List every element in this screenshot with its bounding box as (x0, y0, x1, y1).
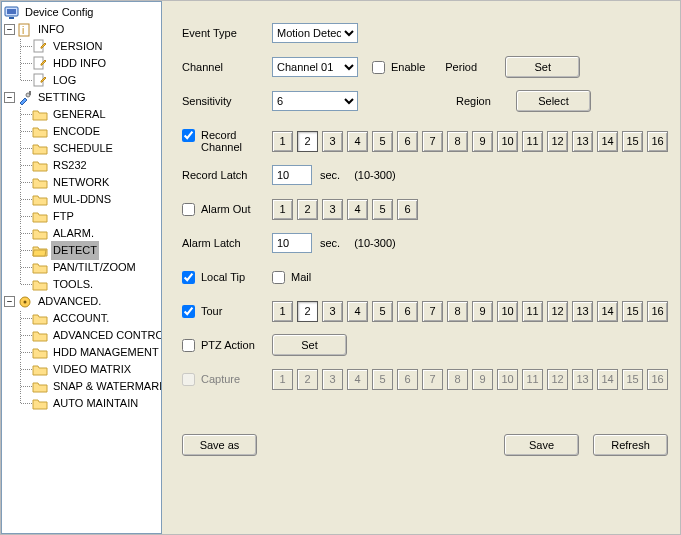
tree-item-alarm[interactable]: ALARM. (4, 225, 159, 242)
channel-button-8: 8 (447, 369, 468, 390)
channel-button-16[interactable]: 16 (647, 131, 668, 152)
capture-buttons: 12345678910111213141516 (272, 369, 668, 390)
channel-button-11[interactable]: 11 (522, 301, 543, 322)
channel-button-6[interactable]: 6 (397, 301, 418, 322)
tree-setting[interactable]: − SETTING (4, 89, 159, 106)
channel-button-4[interactable]: 4 (347, 301, 368, 322)
channel-button-12[interactable]: 12 (547, 131, 568, 152)
record-channel-buttons: 12345678910111213141516 (272, 131, 668, 152)
channel-button-3[interactable]: 3 (322, 301, 343, 322)
local-tip-checkbox[interactable] (182, 271, 195, 284)
channel-button-15[interactable]: 15 (622, 301, 643, 322)
alarm-out-buttons: 123456 (272, 199, 418, 220)
channel-button-13[interactable]: 13 (572, 131, 593, 152)
channel-button-5[interactable]: 5 (372, 199, 393, 220)
svg-point-11 (24, 300, 27, 303)
channel-button-9[interactable]: 9 (472, 131, 493, 152)
tree-item-videomatrix[interactable]: VIDEO MATRIX (4, 361, 159, 378)
record-latch-input[interactable] (272, 165, 312, 185)
event-type-select[interactable]: Motion Detec (272, 23, 358, 43)
region-select-button[interactable]: Select (516, 90, 591, 112)
channel-button-5[interactable]: 5 (372, 301, 393, 322)
capture-checkbox (182, 373, 195, 386)
collapse-icon[interactable]: − (4, 296, 15, 307)
tree-item-ftp[interactable]: FTP (4, 208, 159, 225)
enable-checkbox[interactable] (372, 61, 385, 74)
refresh-button[interactable]: Refresh (593, 434, 668, 456)
detect-panel: Event Type Motion Detec Channel Channel … (162, 1, 680, 534)
channel-button-3[interactable]: 3 (322, 199, 343, 220)
tree-item-automaintain[interactable]: AUTO MAINTAIN (4, 395, 159, 412)
folder-icon (32, 192, 48, 208)
save-button[interactable]: Save (504, 434, 579, 456)
tree-root[interactable]: Device Config (4, 4, 159, 21)
folder-icon (32, 260, 48, 276)
alarm-out-checkbox[interactable] (182, 203, 195, 216)
channel-button-14[interactable]: 14 (597, 131, 618, 152)
folder-icon (32, 311, 48, 327)
tree-item-advcontrol[interactable]: ADVANCED CONTROL. (4, 327, 159, 344)
channel-button-2[interactable]: 2 (297, 301, 318, 322)
channel-button-11: 11 (522, 369, 543, 390)
channel-button-4[interactable]: 4 (347, 131, 368, 152)
channel-button-16[interactable]: 16 (647, 301, 668, 322)
tree-item-detect[interactable]: DETECT (4, 242, 159, 259)
collapse-icon[interactable]: − (4, 92, 15, 103)
channel-button-10[interactable]: 10 (497, 131, 518, 152)
channel-button-15[interactable]: 15 (622, 131, 643, 152)
channel-button-6[interactable]: 6 (397, 199, 418, 220)
folder-icon (32, 345, 48, 361)
channel-button-1[interactable]: 1 (272, 301, 293, 322)
tree-item-network[interactable]: NETWORK (4, 174, 159, 191)
channel-button-14[interactable]: 14 (597, 301, 618, 322)
channel-button-5[interactable]: 5 (372, 131, 393, 152)
channel-button-1: 1 (272, 369, 293, 390)
channel-button-2[interactable]: 2 (297, 131, 318, 152)
channel-button-2[interactable]: 2 (297, 199, 318, 220)
channel-button-13[interactable]: 13 (572, 301, 593, 322)
channel-button-3[interactable]: 3 (322, 131, 343, 152)
channel-button-8[interactable]: 8 (447, 301, 468, 322)
channel-button-6[interactable]: 6 (397, 131, 418, 152)
channel-select[interactable]: Channel 01 (272, 57, 358, 77)
alarm-latch-input[interactable] (272, 233, 312, 253)
mail-checkbox[interactable] (272, 271, 285, 284)
ptz-checkbox[interactable] (182, 339, 195, 352)
channel-button-1[interactable]: 1 (272, 199, 293, 220)
tree-item-hddinfo[interactable]: HDD INFO (4, 55, 159, 72)
tree-item-log[interactable]: LOG (4, 72, 159, 89)
save-as-button[interactable]: Save as (182, 434, 257, 456)
channel-button-9[interactable]: 9 (472, 301, 493, 322)
folder-icon (32, 362, 48, 378)
tree-item-rs232[interactable]: RS232 (4, 157, 159, 174)
sensitivity-select[interactable]: 6 (272, 91, 358, 111)
tree-item-version[interactable]: VERSION (4, 38, 159, 55)
tree-item-general[interactable]: GENERAL (4, 106, 159, 123)
channel-button-10[interactable]: 10 (497, 301, 518, 322)
tree-item-ptz[interactable]: PAN/TILT/ZOOM (4, 259, 159, 276)
tree-item-tools[interactable]: TOOLS. (4, 276, 159, 293)
record-latch-range: (10-300) (354, 169, 396, 181)
ptz-set-button[interactable]: Set (272, 334, 347, 356)
record-channel-checkbox[interactable] (182, 129, 195, 142)
tree-item-schedule[interactable]: SCHEDULE (4, 140, 159, 157)
enable-label: Enable (391, 61, 425, 73)
tree-item-mulddns[interactable]: MUL-DDNS (4, 191, 159, 208)
channel-button-11[interactable]: 11 (522, 131, 543, 152)
channel-button-1[interactable]: 1 (272, 131, 293, 152)
tree-item-encode[interactable]: ENCODE (4, 123, 159, 140)
tree-item-snap[interactable]: SNAP & WATERMARK (4, 378, 159, 395)
channel-button-7[interactable]: 7 (422, 131, 443, 152)
channel-button-12[interactable]: 12 (547, 301, 568, 322)
monitor-icon (4, 5, 20, 21)
tree-info[interactable]: − i INFO (4, 21, 159, 38)
tree-item-account[interactable]: ACCOUNT. (4, 310, 159, 327)
period-set-button[interactable]: Set (505, 56, 580, 78)
channel-button-7[interactable]: 7 (422, 301, 443, 322)
tour-checkbox[interactable] (182, 305, 195, 318)
tree-advanced[interactable]: − ADVANCED. (4, 293, 159, 310)
collapse-icon[interactable]: − (4, 24, 15, 35)
channel-button-4[interactable]: 4 (347, 199, 368, 220)
channel-button-8[interactable]: 8 (447, 131, 468, 152)
tree-item-hddmgmt[interactable]: HDD MANAGEMENT (4, 344, 159, 361)
